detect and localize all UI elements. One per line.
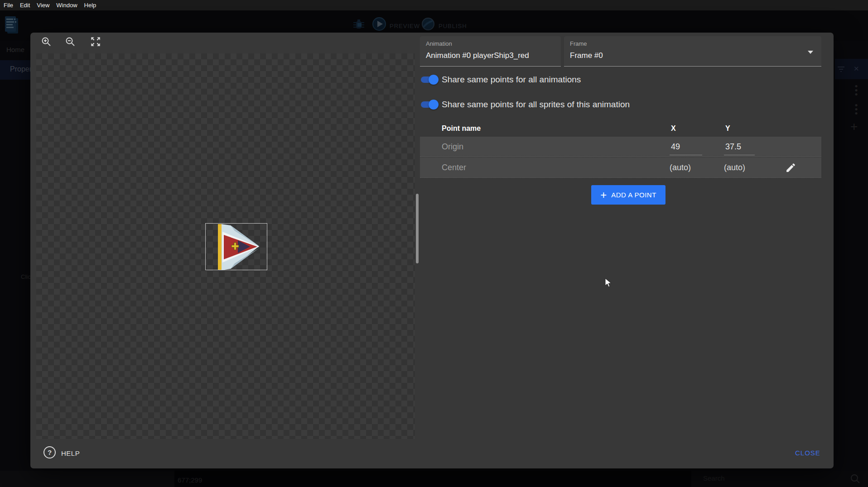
help-button[interactable]: HELP bbox=[61, 449, 80, 457]
app-window: File Edit View Window Help PREVIEW PUBLI… bbox=[0, 0, 868, 487]
animation-select-value: Animation #0 playerShip3_red bbox=[426, 51, 529, 60]
point-name: Center bbox=[442, 163, 466, 172]
table-row-origin[interactable]: Origin 49 37.5 bbox=[420, 137, 821, 157]
preview-scrollbar[interactable] bbox=[416, 194, 419, 263]
share-points-animations-label: Share same points for all animations bbox=[442, 75, 581, 85]
fit-to-screen-icon[interactable] bbox=[90, 36, 101, 48]
share-points-animations-toggle[interactable] bbox=[420, 74, 437, 86]
sprite-preview-canvas[interactable] bbox=[36, 53, 415, 439]
sprite-preview[interactable] bbox=[205, 223, 267, 270]
zoom-in-icon[interactable] bbox=[41, 36, 52, 47]
point-name: Origin bbox=[442, 142, 463, 152]
frame-select-value: Frame #0 bbox=[570, 51, 603, 60]
add-a-point-label: ADD A POINT bbox=[611, 191, 656, 199]
close-button[interactable]: CLOSE bbox=[795, 449, 820, 457]
frame-select[interactable]: Frame Frame #0 bbox=[564, 36, 821, 67]
menu-file[interactable]: File bbox=[4, 2, 13, 9]
player-ship-sprite bbox=[206, 224, 268, 271]
menu-help[interactable]: Help bbox=[84, 2, 96, 9]
menu-bar: File Edit View Window Help bbox=[0, 0, 868, 10]
point-x-input[interactable]: 49 bbox=[671, 142, 680, 152]
menu-edit[interactable]: Edit bbox=[20, 2, 30, 9]
animation-select-label: Animation bbox=[426, 40, 452, 47]
points-editor-dialog: Animation Animation #0 playerShip3_red F… bbox=[30, 33, 834, 468]
point-y-value: (auto) bbox=[724, 163, 745, 172]
help-question-icon[interactable]: ? bbox=[43, 446, 56, 458]
mouse-cursor bbox=[605, 278, 612, 288]
chevron-down-icon bbox=[808, 51, 813, 54]
point-y-input[interactable]: 37.5 bbox=[725, 142, 741, 152]
add-a-point-button[interactable]: + ADD A POINT bbox=[591, 185, 665, 205]
point-x-value: (auto) bbox=[670, 163, 691, 172]
input-underline bbox=[670, 155, 702, 155]
column-header-point-name: Point name bbox=[442, 124, 481, 133]
input-underline bbox=[724, 155, 755, 155]
column-header-x: X bbox=[671, 124, 676, 133]
table-row-center[interactable]: Center (auto) (auto) bbox=[420, 158, 821, 178]
column-header-y: Y bbox=[725, 124, 730, 133]
menu-view[interactable]: View bbox=[37, 2, 49, 9]
frame-select-label: Frame bbox=[570, 40, 587, 47]
share-points-sprites-label: Share same points for all sprites of thi… bbox=[442, 100, 630, 110]
menu-window[interactable]: Window bbox=[56, 2, 77, 9]
zoom-out-icon[interactable] bbox=[65, 36, 76, 47]
plus-icon: + bbox=[600, 190, 607, 201]
share-points-sprites-toggle[interactable] bbox=[420, 99, 437, 110]
animation-select[interactable]: Animation Animation #0 playerShip3_red bbox=[420, 36, 561, 67]
edit-pencil-icon[interactable] bbox=[785, 162, 796, 173]
